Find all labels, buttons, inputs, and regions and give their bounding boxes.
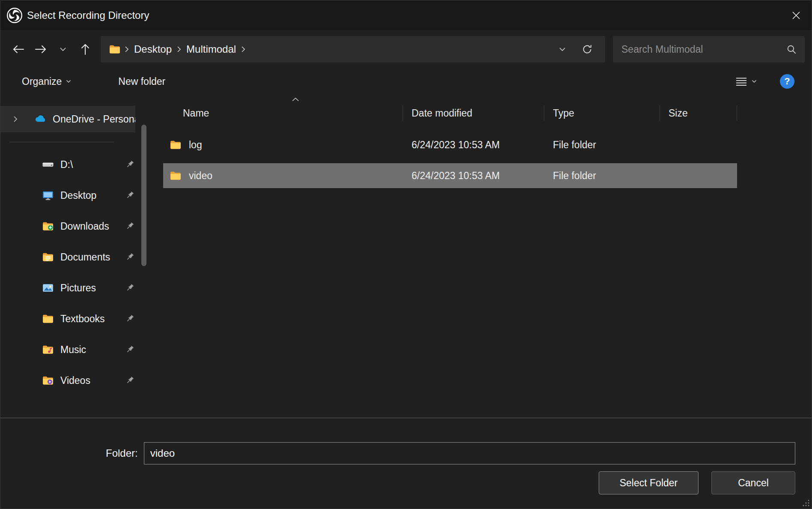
folder-icon	[169, 169, 182, 182]
help-icon: ?	[784, 76, 790, 87]
folder-name-input[interactable]	[144, 442, 795, 464]
resize-grip-icon[interactable]	[802, 499, 810, 507]
obs-logo-icon	[6, 7, 23, 24]
sidebar-item-videos[interactable]: Videos	[0, 365, 140, 396]
sidebar-item-desktop[interactable]: Desktop	[0, 180, 140, 211]
navigation-toolbar: Desktop Multimodal	[0, 30, 812, 68]
refresh-button[interactable]	[577, 39, 597, 60]
chevron-right-icon[interactable]	[13, 116, 19, 123]
column-header-type[interactable]: Type	[544, 106, 660, 120]
chevron-down-icon	[66, 80, 71, 83]
select-folder-button[interactable]: Select Folder	[599, 471, 699, 494]
sidebar-item-downloads[interactable]: Downloads	[0, 211, 140, 242]
pin-icon[interactable]	[125, 252, 135, 262]
chevron-down-icon	[752, 80, 757, 83]
cancel-button[interactable]: Cancel	[711, 471, 795, 494]
sidebar-item-documents[interactable]: Documents	[0, 242, 140, 272]
chevron-down-icon	[559, 47, 566, 51]
up-button[interactable]	[74, 37, 96, 61]
arrow-right-icon	[35, 45, 47, 54]
dialog-footer: Folder: Select Folder Cancel	[0, 418, 812, 509]
close-icon	[792, 11, 800, 20]
column-header-size[interactable]: Size	[660, 106, 737, 120]
file-row-log[interactable]: log 6/24/2023 10:53 AM File folder	[163, 132, 737, 157]
sidebar-item-label: Textbooks	[60, 313, 105, 325]
folder-icon	[169, 138, 182, 151]
chevron-down-icon	[60, 47, 66, 51]
file-list-pane: Name Date modified Type Size log 6/24/20…	[148, 95, 812, 418]
sidebar-item-label: Pictures	[60, 282, 96, 294]
sidebar-item-label: OneDrive - Personal	[53, 114, 135, 125]
music-folder-icon	[42, 343, 54, 356]
documents-folder-icon	[42, 251, 54, 263]
divider	[10, 142, 114, 142]
chevron-right-icon	[241, 46, 245, 53]
content-area: OneDrive - Personal D:\	[0, 95, 812, 418]
forward-button[interactable]	[30, 37, 52, 61]
file-row-video[interactable]: video 6/24/2023 10:53 AM File folder	[163, 163, 737, 188]
pin-icon[interactable]	[125, 159, 135, 170]
details-view-icon	[735, 76, 747, 87]
refresh-icon	[582, 44, 593, 55]
arrow-left-icon	[12, 45, 24, 54]
folder-icon	[42, 312, 54, 325]
chevron-right-icon	[177, 46, 181, 53]
column-header-name[interactable]: Name	[163, 106, 403, 120]
file-rows: log 6/24/2023 10:53 AM File folder video…	[163, 132, 801, 188]
column-headers: Name Date modified Type Size	[163, 101, 801, 126]
address-dropdown-button[interactable]	[552, 39, 573, 60]
file-name: video	[189, 170, 212, 182]
videos-folder-icon	[42, 374, 54, 387]
close-button[interactable]	[781, 0, 812, 30]
help-button[interactable]: ?	[780, 74, 794, 89]
pin-icon[interactable]	[125, 344, 135, 355]
pin-icon[interactable]	[125, 283, 135, 293]
file-date-cell: 6/24/2023 10:53 AM	[403, 170, 544, 182]
pin-icon[interactable]	[125, 375, 135, 386]
drive-icon	[42, 158, 54, 171]
breadcrumb-item-desktop[interactable]: Desktop	[131, 42, 175, 57]
arrow-up-icon	[81, 43, 90, 55]
sidebar-item-d-drive[interactable]: D:\	[0, 149, 140, 180]
new-folder-label: New folder	[118, 76, 165, 87]
view-options-button[interactable]	[731, 73, 761, 90]
file-dialog-window: Select Recording Directory	[0, 0, 812, 509]
file-date-cell: 6/24/2023 10:53 AM	[403, 139, 544, 151]
window-title: Select Recording Directory	[27, 9, 149, 21]
sidebar-item-music[interactable]: Music	[0, 334, 140, 365]
new-folder-button[interactable]: New folder	[114, 72, 170, 91]
breadcrumb-item-multimodal[interactable]: Multimodal	[183, 42, 239, 57]
sidebar-item-pictures[interactable]: Pictures	[0, 272, 140, 303]
sidebar-item-label: Music	[60, 344, 86, 356]
back-button[interactable]	[7, 37, 30, 61]
sidebar-item-label: D:\	[60, 159, 73, 171]
pin-icon[interactable]	[125, 190, 135, 201]
file-name-cell: video	[163, 169, 403, 182]
pin-icon[interactable]	[125, 221, 135, 231]
scrollbar-thumb[interactable]	[141, 125, 146, 266]
title-bar: Select Recording Directory	[0, 0, 812, 30]
folder-icon	[108, 43, 121, 56]
address-bar[interactable]: Desktop Multimodal	[101, 36, 605, 63]
sidebar-item-label: Videos	[60, 375, 90, 386]
quick-access-list: D:\ Desktop	[0, 149, 140, 396]
sidebar-scrollbar[interactable]	[140, 95, 148, 418]
organize-button[interactable]: Organize	[18, 72, 75, 91]
search-input[interactable]	[621, 43, 782, 56]
folder-label: Folder:	[106, 447, 138, 459]
command-bar: Organize New folder ?	[0, 68, 812, 95]
column-header-date-modified[interactable]: Date modified	[403, 106, 544, 120]
file-name-cell: log	[163, 138, 403, 151]
downloads-folder-icon	[42, 220, 54, 233]
desktop-icon	[42, 189, 54, 202]
search-icon[interactable]	[786, 44, 797, 55]
recent-locations-button[interactable]	[52, 37, 74, 61]
pictures-icon	[42, 281, 54, 294]
onedrive-cloud-icon	[34, 113, 47, 126]
file-type-cell: File folder	[544, 139, 660, 151]
file-name: log	[189, 139, 202, 151]
chevron-right-icon	[125, 46, 129, 53]
sidebar-item-onedrive[interactable]: OneDrive - Personal	[0, 106, 135, 132]
pin-icon[interactable]	[125, 314, 135, 324]
sidebar-item-textbooks[interactable]: Textbooks	[0, 303, 140, 334]
